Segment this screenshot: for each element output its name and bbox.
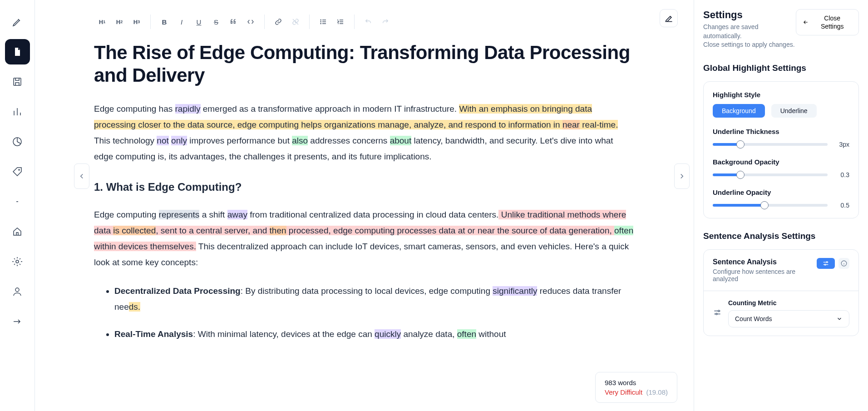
bg-opacity-label: Background Opacity [713,158,849,166]
analysis-toggle[interactable] [817,258,835,269]
bg-opacity-slider[interactable] [713,173,828,176]
unlink-icon [292,18,299,25]
stats-box: 983 words Very Difficult (19.08) [595,372,677,403]
ordered-list-icon [337,18,344,25]
edit-icon [664,14,673,23]
save-icon [12,76,23,87]
svg-point-8 [826,262,828,263]
sidebar-user[interactable] [5,279,30,304]
paragraph-2[interactable]: Edge computing represents a shift away f… [94,207,635,271]
info-icon [841,260,847,267]
difficulty-label: Very Difficult [605,388,642,396]
highlight-settings-card: Highlight Style Background Underline Und… [703,81,859,218]
sliders-icon [713,308,722,317]
list-item-2[interactable]: Real-Time Analysis: With minimal latency… [114,326,635,342]
svg-point-5 [321,20,321,20]
redo-button[interactable] [377,14,394,30]
settings-title: Settings [703,9,796,21]
sidebar-expand[interactable] [5,309,30,334]
undo-button[interactable] [360,14,376,30]
sidebar-home[interactable] [5,219,30,244]
analysis-title: Sentence Analysis [713,258,817,266]
sidebar [0,0,35,411]
sidebar-divider[interactable] [5,189,30,214]
pill-background[interactable]: Background [713,104,765,118]
edit-fab[interactable] [660,9,678,27]
h2-button[interactable]: H2 [111,14,128,30]
sidebar-piechart[interactable] [5,129,30,154]
underline-button[interactable]: U [191,14,207,30]
svg-point-9 [824,264,826,265]
sliders-icon [822,260,829,267]
document-icon [12,46,23,57]
chevron-down-icon [836,316,843,322]
svg-point-3 [16,260,19,263]
quote-icon [230,18,237,25]
svg-point-4 [15,288,19,292]
sidebar-settings[interactable] [5,249,30,274]
global-highlight-heading: Global Highlight Settings [703,63,859,73]
settings-panel: Settings Changes are saved automatically… [694,0,868,411]
sidebar-barchart[interactable] [5,99,30,124]
thickness-value: 3px [834,141,849,148]
analysis-info[interactable] [838,258,849,269]
metric-icon [713,308,722,319]
gear-icon [12,256,23,267]
svg-point-2 [19,169,20,170]
user-icon [12,286,23,297]
pie-chart-icon [12,136,23,147]
close-settings-button[interactable]: Close Settings [796,9,859,35]
code-icon [247,18,254,25]
toolbar: H1 H2 H3 B I U S [35,0,694,37]
sidebar-pencil[interactable] [5,9,30,35]
arrow-right-icon [12,316,23,327]
word-count: 983 words [605,379,668,386]
thickness-label: Underline Thickness [713,128,849,135]
bullet-list-button[interactable] [315,14,331,30]
italic-button[interactable]: I [173,14,190,30]
sidebar-document[interactable] [5,39,30,64]
link-button[interactable] [270,14,286,30]
main-area: H1 H2 H3 B I U S The Rise of Edge Comput… [35,0,694,411]
sidebar-tag[interactable] [5,159,30,184]
svg-point-12 [716,313,717,314]
h3-button[interactable]: H3 [128,14,145,30]
list-item-1[interactable]: Decentralized Data Processing: By distri… [114,283,635,315]
ul-opacity-value: 0.5 [834,202,849,209]
difficulty-score: (19.08) [646,388,668,396]
doc-title[interactable]: The Rise of Edge Computing: Transforming… [94,41,635,87]
tag-icon [12,166,23,177]
quote-button[interactable] [225,14,242,30]
strike-button[interactable]: S [208,14,224,30]
unlink-button[interactable] [287,14,304,30]
analysis-heading: Sentence Analysis Settings [703,231,859,241]
link-icon [275,18,282,25]
section-heading-1[interactable]: 1. What is Edge Computing? [94,177,635,197]
bg-opacity-value: 0.3 [834,171,849,178]
ul-opacity-slider[interactable] [713,204,828,207]
redo-icon [382,18,389,25]
sidebar-save[interactable] [5,69,30,94]
minus-icon [12,196,23,207]
metric-label: Counting Metric [728,299,849,307]
metric-select[interactable]: Count Words [728,310,849,327]
svg-rect-0 [14,78,21,85]
pill-underline[interactable]: Underline [771,104,817,118]
analysis-subtitle: Configure how sentences are analyzed [713,268,817,282]
arrow-left-icon [803,19,809,25]
settings-subtitle: Changes are saved automatically.Close se… [703,23,796,50]
ordered-list-button[interactable] [332,14,349,30]
paragraph-1[interactable]: Edge computing has rapidly emerged as a … [94,101,635,165]
document-content[interactable]: The Rise of Edge Computing: Transforming… [35,37,694,411]
code-button[interactable] [242,14,259,30]
thickness-slider[interactable] [713,143,828,146]
analysis-card: Sentence Analysis Configure how sentence… [703,249,859,336]
undo-icon [365,18,372,25]
h1-button[interactable]: H1 [94,14,110,30]
svg-point-11 [718,310,720,312]
bold-button[interactable]: B [156,14,173,30]
home-icon [12,226,23,237]
highlight-style-label: Highlight Style [713,91,849,99]
list-icon [320,18,327,25]
svg-point-6 [321,21,321,22]
